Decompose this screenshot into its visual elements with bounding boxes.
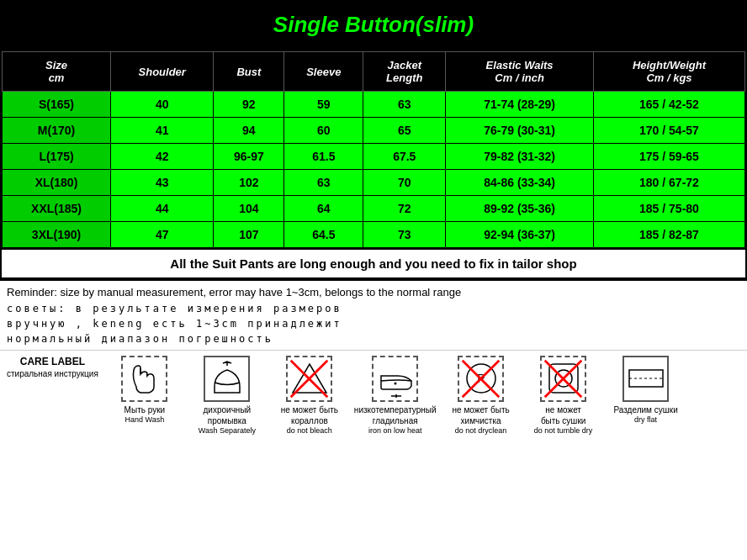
cell-sleeve: 64 [284, 196, 363, 222]
cell-shoulder: 41 [111, 118, 214, 144]
care-icon-sublabel-6: dry flat [634, 415, 657, 425]
pants-note: All the Suit Pants are long enough and y… [2, 248, 745, 279]
cell-bust: 92 [214, 92, 284, 118]
table-row: L(175)4296-9761.567.579-82 (31-32)175 / … [3, 144, 745, 170]
col-shoulder: Shoulder [111, 52, 214, 92]
cell-sleeve: 64.5 [284, 222, 363, 248]
reminder-line4: нормальный диапазон погрешность [7, 331, 740, 346]
cell-sleeve: 59 [284, 92, 363, 118]
table-header-row: Sizecm Shoulder Bust Sleeve JacketLength… [3, 52, 745, 92]
cell-shoulder: 42 [111, 144, 214, 170]
reminder-line3: вручную , keneng есть 1~3cm принадлежит [7, 316, 740, 331]
cell-bust: 96-97 [214, 144, 284, 170]
care-icon-sublabel-0: Hand Wash [125, 415, 165, 425]
care-item-5: не можетбыть сушкиdo not tumble dry [526, 356, 601, 436]
care-icon-sublabel-1: Wash Separately [199, 426, 256, 436]
care-icon-label-4: не может бытьхимчистка [453, 404, 510, 426]
care-item-1: дихроичныйпромывкаWash Separately [189, 356, 265, 436]
care-item-4: P не может бытьхимчисткаdo not dryclean [443, 356, 519, 436]
header: Single Button(slim) [0, 0, 747, 50]
care-item-3: низкотемпературныйгладильнаяiron on low … [354, 356, 437, 436]
cell-jacket-length: 73 [363, 222, 446, 248]
svg-point-5 [394, 383, 396, 385]
care-icon-box-5 [540, 356, 586, 402]
col-jacket-length: JacketLength [363, 52, 446, 92]
cell-elastic-waits: 71-74 (28-29) [446, 92, 594, 118]
cell-shoulder: 47 [111, 222, 214, 248]
care-icon-label-3: низкотемпературныйгладильная [354, 404, 437, 426]
cell-shoulder: 44 [111, 196, 214, 222]
cell-size: XL(180) [3, 170, 111, 196]
table-row: S(165)4092596371-74 (28-29)165 / 42-52 [3, 92, 745, 118]
cell-height-weight: 175 / 59-65 [593, 144, 744, 170]
cell-shoulder: 40 [111, 92, 214, 118]
col-sleeve: Sleeve [284, 52, 363, 92]
cell-elastic-waits: 89-92 (35-36) [446, 196, 594, 222]
cell-height-weight: 180 / 67-72 [593, 170, 744, 196]
cell-sleeve: 60 [284, 118, 363, 144]
reminder-line2: советы: в результате измерения размеров [7, 301, 740, 316]
table-row: XXL(185)44104647289-92 (35-36)185 / 75-8… [3, 196, 745, 222]
care-label-subtitle: стиральная инструкция [7, 369, 98, 378]
care-label-title: CARE LABEL [20, 356, 85, 367]
cell-size: XXL(185) [3, 196, 111, 222]
care-icon-box-6 [622, 356, 669, 402]
care-icon-label-2: не может бытькораллов [281, 404, 338, 426]
care-icon-box-0 [121, 356, 167, 402]
size-table-wrapper: Sizecm Shoulder Bust Sleeve JacketLength… [0, 50, 747, 281]
cell-bust: 94 [214, 118, 284, 144]
care-icon-box-3 [372, 356, 418, 402]
care-label-text: CARE LABEL стиральная инструкция [7, 356, 98, 378]
cell-elastic-waits: 79-82 (31-32) [446, 144, 594, 170]
table-row: M(170)4194606576-79 (30-31)170 / 54-57 [3, 118, 745, 144]
cell-jacket-length: 67.5 [363, 144, 446, 170]
col-size: Sizecm [3, 52, 111, 92]
table-row: XL(180)43102637084-86 (33-34)180 / 67-72 [3, 170, 745, 196]
page: Single Button(slim) Sizecm Shoulder Bust… [0, 0, 747, 440]
col-height-weight: Height/WeightCm / kgs [593, 52, 744, 92]
care-icon-label-1: дихроичныйпромывка [204, 404, 252, 426]
cell-bust: 104 [214, 196, 284, 222]
cell-jacket-length: 72 [363, 196, 446, 222]
size-table: Sizecm Shoulder Bust Sleeve JacketLength… [2, 51, 745, 248]
care-icon-label-0: Мыть руки [124, 404, 166, 415]
care-item-0: Мыть рукиHand Wash [107, 356, 183, 425]
col-bust: Bust [214, 52, 284, 92]
cell-jacket-length: 65 [363, 118, 446, 144]
cell-sleeve: 61.5 [284, 144, 363, 170]
cell-sleeve: 63 [284, 170, 363, 196]
care-icon-box-2 [286, 356, 332, 402]
cell-shoulder: 43 [111, 170, 214, 196]
care-icon-sublabel-4: do not dryclean [455, 426, 507, 436]
cell-elastic-waits: 92-94 (36-37) [446, 222, 594, 248]
reminder-section: Reminder: size by manual measurement, er… [0, 281, 747, 350]
care-section: CARE LABEL стиральная инструкция Мыть ру… [0, 350, 747, 441]
cell-bust: 102 [214, 170, 284, 196]
cell-jacket-length: 70 [363, 170, 446, 196]
cell-elastic-waits: 84-86 (33-34) [446, 170, 594, 196]
care-item-2: не может бытькоралловdo not bleach [272, 356, 347, 436]
page-title: Single Button(slim) [273, 12, 474, 37]
care-icon-label-6: Разделим сушки [613, 404, 677, 415]
care-icon-box-4: P [458, 356, 504, 402]
care-icon-box-1 [204, 356, 250, 402]
cell-jacket-length: 63 [363, 92, 446, 118]
cell-height-weight: 185 / 82-87 [593, 222, 744, 248]
cell-size: S(165) [3, 92, 111, 118]
care-icon-sublabel-5: do not tumble dry [534, 426, 593, 436]
table-row: 3XL(190)4710764.57392-94 (36-37)185 / 82… [3, 222, 745, 248]
cell-height-weight: 185 / 75-80 [593, 196, 744, 222]
cell-bust: 107 [214, 222, 284, 248]
care-icon-sublabel-3: iron on low heat [368, 426, 422, 436]
care-item-6: Разделим сушкиdry flat [608, 356, 684, 425]
cell-elastic-waits: 76-79 (30-31) [446, 118, 594, 144]
cell-size: M(170) [3, 118, 111, 144]
col-elastic-waits: Elastic WaitsCm / inch [446, 52, 594, 92]
care-icons: Мыть рукиHand Wash дихроичныйпромывкаWas… [107, 356, 684, 436]
cell-height-weight: 165 / 42-52 [593, 92, 744, 118]
cell-size: L(175) [3, 144, 111, 170]
cell-size: 3XL(190) [3, 222, 111, 248]
cell-height-weight: 170 / 54-57 [593, 118, 744, 144]
reminder-line1: Reminder: size by manual measurement, er… [7, 284, 740, 301]
care-icon-sublabel-2: do not bleach [287, 426, 332, 436]
